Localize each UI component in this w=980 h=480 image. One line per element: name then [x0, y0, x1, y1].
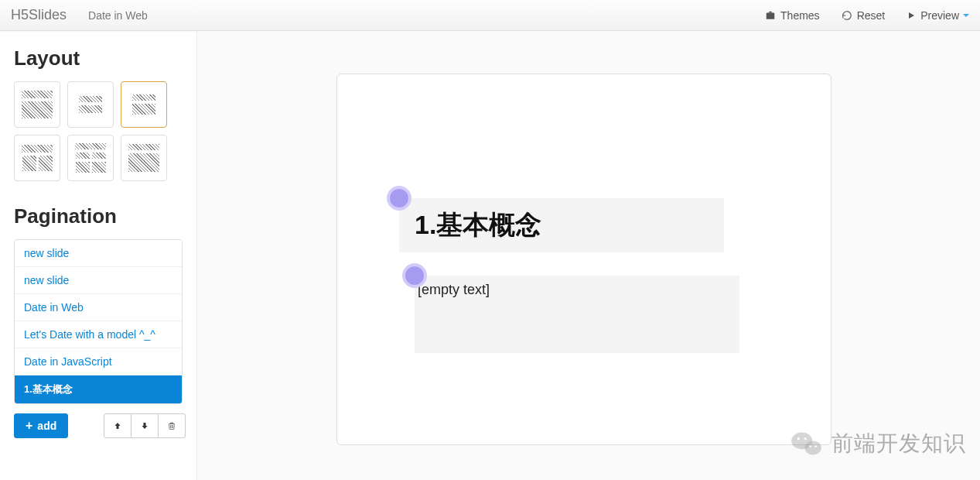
layout-title: Layout — [14, 46, 183, 70]
slide-body-box[interactable]: [empty text] — [415, 276, 739, 353]
reset-button[interactable]: Reset — [842, 9, 886, 22]
svg-point-5 — [814, 445, 817, 447]
move-up-button[interactable] — [104, 413, 131, 438]
drag-handle-icon[interactable] — [387, 186, 411, 211]
add-button[interactable]: + add — [14, 413, 68, 438]
preview-button[interactable]: Preview — [907, 9, 969, 22]
slide-title-box[interactable]: 1.基本概念 — [399, 198, 724, 252]
drag-handle-icon[interactable] — [402, 263, 427, 288]
briefcase-icon — [765, 10, 776, 21]
plus-icon: + — [26, 419, 32, 433]
arrow-up-icon — [113, 421, 122, 430]
move-down-button[interactable] — [131, 413, 159, 438]
layout-option-1[interactable] — [14, 81, 60, 128]
caret-down-icon — [963, 14, 969, 17]
page-item[interactable]: Date in JavaScript — [15, 348, 182, 375]
layout-option-4[interactable] — [14, 135, 60, 181]
page-item[interactable]: new slide — [15, 240, 182, 267]
navbar: H5Slides Date in Web Themes Reset Previe… — [0, 0, 980, 31]
layout-option-5[interactable] — [67, 135, 114, 181]
subtitle[interactable]: Date in Web — [88, 9, 148, 22]
layout-option-2[interactable] — [67, 81, 114, 128]
slide-title-text: 1.基本概念 — [415, 207, 541, 243]
page-item[interactable]: new slide — [15, 267, 182, 294]
watermark-text: 前端开发知识 — [831, 429, 966, 458]
sidebar: Layout Pagi — [0, 31, 197, 480]
page-item[interactable]: Let's Date with a model ^_^ — [15, 321, 182, 348]
page-list: new slide new slide Date in Web Let's Da… — [14, 239, 183, 404]
canvas-area: 1.基本概念 [empty text] 前端开发知识 — [197, 31, 980, 480]
trash-icon — [167, 421, 176, 430]
pagination-title: Pagination — [14, 204, 183, 228]
slide[interactable]: 1.基本概念 [empty text] — [336, 74, 831, 445]
themes-button[interactable]: Themes — [765, 9, 820, 22]
page-item-active[interactable]: 1.基本概念 — [15, 375, 182, 403]
arrow-down-icon — [140, 421, 149, 430]
layout-grid — [14, 81, 183, 181]
refresh-icon — [842, 10, 852, 21]
page-item[interactable]: Date in Web — [15, 294, 182, 321]
delete-button[interactable] — [158, 413, 186, 438]
layout-option-3[interactable] — [121, 81, 167, 128]
play-icon — [907, 11, 916, 20]
slide-body-text: [empty text] — [418, 282, 490, 297]
brand[interactable]: H5Slides — [11, 7, 67, 23]
svg-point-4 — [809, 445, 811, 447]
layout-option-6[interactable] — [121, 135, 167, 181]
pagination-controls: + add — [14, 413, 183, 438]
